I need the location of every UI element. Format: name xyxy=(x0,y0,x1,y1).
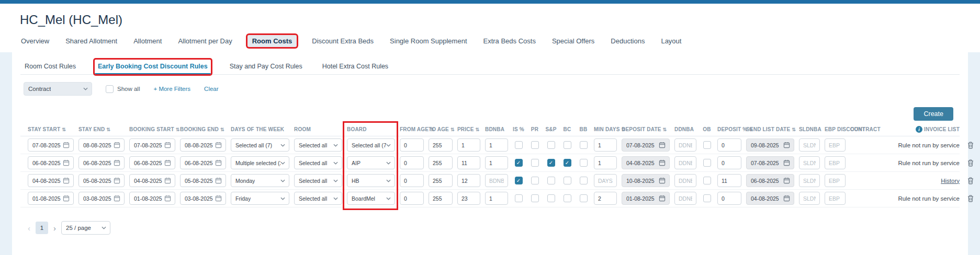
pr-checkbox[interactable] xyxy=(531,194,539,202)
to-age-input[interactable]: 255 xyxy=(429,192,453,205)
bdnba-input[interactable]: 1 xyxy=(485,156,508,169)
board-select[interactable]: BoardMel xyxy=(347,192,395,205)
from-age-input[interactable]: 0 xyxy=(400,156,424,169)
is-percent-checkbox[interactable] xyxy=(515,177,523,184)
stay-end-date[interactable]: 05-08-2025 xyxy=(78,174,125,187)
send-list-date-input[interactable]: 04-08-2025 xyxy=(746,192,794,205)
board-select[interactable]: HB xyxy=(347,174,395,187)
bb-checkbox[interactable] xyxy=(580,177,588,184)
deposit-date-input[interactable]: 04-08-2025 xyxy=(622,156,670,169)
stay-start-date[interactable]: 07-08-2025 xyxy=(28,138,74,152)
invoice-status[interactable]: Rule not run by service xyxy=(898,160,960,166)
info-icon[interactable]: i xyxy=(916,126,922,133)
ob-checkbox[interactable] xyxy=(703,194,711,202)
subtab-room-cost-rules[interactable]: Room Cost Rules xyxy=(24,60,77,74)
from-age-input[interactable]: 0 xyxy=(400,138,424,152)
tab-allotment[interactable]: Allotment xyxy=(132,35,163,47)
deposit-date-input[interactable]: 10-08-2025 xyxy=(622,174,670,187)
stay-end-date[interactable]: 03-08-2025 xyxy=(78,192,125,205)
is-percent-checkbox[interactable] xyxy=(515,194,523,202)
bc-checkbox[interactable] xyxy=(564,177,571,184)
sp-checkbox[interactable] xyxy=(547,194,555,202)
bb-checkbox[interactable] xyxy=(580,194,588,202)
sort-icon[interactable]: ⇅ xyxy=(106,127,110,132)
create-button[interactable]: Create xyxy=(914,107,953,121)
col-send-list-date[interactable]: SEND LIST DATE⇅ xyxy=(746,126,794,132)
stay-start-date[interactable]: 01-08-2025 xyxy=(28,192,74,205)
board-select[interactable]: Selected all (7) xyxy=(347,138,395,152)
stay-start-date[interactable]: 06-08-2025 xyxy=(28,156,74,169)
is-percent-checkbox[interactable] xyxy=(515,141,523,149)
days-of-week-select[interactable]: Multiple selected (2) xyxy=(231,156,289,169)
price-input[interactable]: 23 xyxy=(457,192,480,205)
booking-start-date[interactable]: 01-08-2025 xyxy=(129,192,175,205)
col-stay-end[interactable]: STAY END⇅ xyxy=(78,126,125,132)
invoice-status[interactable]: History xyxy=(941,178,960,184)
deposit-percent-input[interactable]: 0 xyxy=(717,138,741,152)
ob-checkbox[interactable] xyxy=(703,177,711,184)
sort-icon[interactable]: ⇅ xyxy=(62,127,66,132)
delete-button[interactable] xyxy=(964,194,977,202)
deposit-date-input[interactable]: 07-08-2025 xyxy=(622,138,670,152)
send-list-date-input[interactable]: 07-08-2025 xyxy=(746,156,794,169)
bc-checkbox[interactable] xyxy=(564,141,571,149)
col-deposit-percent[interactable]: DEPOSIT %⇅ xyxy=(717,126,741,132)
bc-checkbox[interactable] xyxy=(564,159,571,167)
invoice-status[interactable]: Rule not run by service xyxy=(898,195,960,202)
send-list-date-input[interactable]: 09-08-2025 xyxy=(746,138,794,152)
booking-end-date[interactable]: 08-08-2025 xyxy=(180,138,226,152)
ob-checkbox[interactable] xyxy=(703,159,711,167)
to-age-input[interactable]: 255 xyxy=(429,174,453,187)
sort-icon[interactable]: ⇅ xyxy=(476,127,480,132)
sp-checkbox[interactable] xyxy=(547,141,555,149)
min-days-input[interactable]: 1 xyxy=(594,138,617,152)
col-min-days[interactable]: MIN DAYS⇅ xyxy=(594,126,617,132)
days-of-week-select[interactable]: Friday xyxy=(231,192,289,205)
pr-checkbox[interactable] xyxy=(531,141,539,149)
contract-filter-select[interactable]: Contract xyxy=(24,82,92,96)
col-booking-start[interactable]: BOOKING START⇅ xyxy=(129,126,175,132)
bb-checkbox[interactable] xyxy=(580,159,588,167)
sp-checkbox[interactable] xyxy=(547,159,555,167)
to-age-input[interactable]: 255 xyxy=(429,156,453,169)
sort-icon[interactable]: ⇅ xyxy=(450,127,455,132)
stay-end-date[interactable]: 06-08-2025 xyxy=(78,156,125,169)
tab-room-costs[interactable]: Room Costs xyxy=(247,35,297,47)
subtab-stay-and-pay-cost-rules[interactable]: Stay and Pay Cost Rules xyxy=(229,60,303,74)
days-of-week-select[interactable]: Monday xyxy=(231,174,289,187)
booking-start-date[interactable]: 06-08-2025 xyxy=(129,156,175,169)
stay-end-date[interactable]: 08-08-2025 xyxy=(78,138,125,152)
booking-end-date[interactable]: 05-08-2025 xyxy=(180,174,226,187)
page-size-select[interactable]: 25 / page xyxy=(61,221,110,235)
delete-button[interactable] xyxy=(964,141,977,149)
bdnba-input[interactable]: BDNBA xyxy=(485,174,508,187)
col-stay-start[interactable]: STAY START⇅ xyxy=(28,126,74,132)
bc-checkbox[interactable] xyxy=(564,194,571,202)
price-input[interactable]: 11 xyxy=(457,156,480,169)
send-list-date-input[interactable]: 06-08-2025 xyxy=(746,174,794,187)
col-to-age[interactable]: TO AGE⇅ xyxy=(429,126,453,132)
bdnba-input[interactable]: 1 xyxy=(485,192,508,205)
ob-checkbox[interactable] xyxy=(703,141,711,149)
bdnba-input[interactable]: 1 xyxy=(485,138,508,152)
sort-icon[interactable]: ⇅ xyxy=(663,127,667,132)
sort-icon[interactable]: ⇅ xyxy=(792,127,796,132)
col-deposit-date[interactable]: DEPOSIT DATE⇅ xyxy=(622,126,670,132)
delete-button[interactable] xyxy=(964,177,977,184)
from-age-input[interactable]: 0 xyxy=(400,174,424,187)
page-number-button[interactable]: 1 xyxy=(36,222,48,234)
price-input[interactable]: 1 xyxy=(457,138,480,152)
sp-checkbox[interactable] xyxy=(547,177,555,184)
booking-start-date[interactable]: 07-08-2025 xyxy=(129,138,175,152)
bb-checkbox[interactable] xyxy=(580,141,588,149)
tab-shared-allotment[interactable]: Shared Allotment xyxy=(64,35,118,47)
deposit-percent-input[interactable]: 11 xyxy=(717,174,741,187)
invoice-status[interactable]: Rule not run by service xyxy=(898,142,960,148)
col-from-age[interactable]: FROM AGE⇅ xyxy=(400,126,424,132)
pr-checkbox[interactable] xyxy=(531,159,539,167)
show-all-checkbox[interactable] xyxy=(106,85,114,93)
board-select[interactable]: AIP xyxy=(347,156,395,169)
booking-end-date[interactable]: 03-08-2025 xyxy=(180,192,226,205)
tab-special-offers[interactable]: Special Offers xyxy=(551,35,595,47)
tab-overview[interactable]: Overview xyxy=(20,35,50,47)
